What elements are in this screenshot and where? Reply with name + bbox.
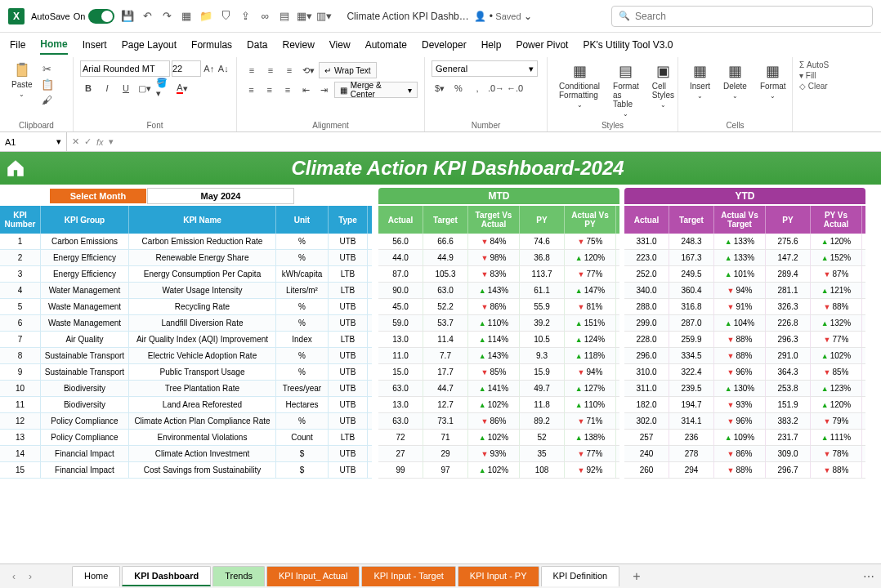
delete-cells-button[interactable]: ▦Delete⌄ <box>718 60 752 101</box>
format-painter-icon[interactable]: 🖌 <box>41 93 54 106</box>
sheet-tab-kpi-input-target[interactable]: KPI Input - Target <box>361 566 455 586</box>
increase-font-icon[interactable]: A↑ <box>203 60 216 77</box>
format-as-table-button[interactable]: ▤Format as Table⌄ <box>608 60 644 119</box>
decrease-font-icon[interactable]: A↓ <box>217 60 230 77</box>
new-sheet-button[interactable]: + <box>621 565 651 588</box>
grid-icon[interactable]: ▦ <box>180 10 193 23</box>
menu-tab-home[interactable]: Home <box>40 35 67 55</box>
share-icon[interactable]: ⇪ <box>239 10 252 23</box>
currency-icon[interactable]: $▾ <box>432 80 448 96</box>
menu-tab-data[interactable]: Data <box>247 36 267 54</box>
sheet-tab-kpi-input-py[interactable]: KPI Input - PY <box>458 566 539 586</box>
align-center-icon[interactable]: ≡ <box>262 82 277 98</box>
table-row[interactable]: 7Air QualityAir Quality Index (AQI) Impr… <box>0 332 372 348</box>
copy-icon[interactable]: 📋 <box>41 78 54 91</box>
table-icon[interactable]: ▤ <box>278 10 291 23</box>
italic-button[interactable]: I <box>99 80 115 96</box>
table-row[interactable]: 3Energy EfficiencyEnergy Consumption Per… <box>0 266 372 283</box>
col-mtd-py[interactable]: PY <box>520 206 565 234</box>
table-row[interactable]: 240278▼86%309.0▼78% <box>624 446 865 462</box>
align-bottom-icon[interactable]: ≡ <box>281 62 297 78</box>
cell-styles-button[interactable]: ▣Cell Styles⌄ <box>647 60 679 110</box>
increase-decimal-icon[interactable]: .0→ <box>488 80 504 96</box>
search-box[interactable]: 🔍 <box>611 6 873 27</box>
col-ytd-target[interactable]: Target <box>669 206 714 234</box>
comma-icon[interactable]: , <box>469 80 485 96</box>
confirm-formula-icon[interactable]: ✓ <box>84 136 92 147</box>
table-row[interactable]: 13Policy ComplianceEnvironmental Violati… <box>0 430 372 446</box>
underline-button[interactable]: U <box>118 80 134 96</box>
table-row[interactable]: 1Carbon EmissionsCarbon Emission Reducti… <box>0 234 372 250</box>
table-row[interactable]: 14Financial ImpactClimate Action Investm… <box>0 446 372 462</box>
worksheet-area[interactable]: Climate Action KPI Dashboard-2024 Select… <box>0 152 881 564</box>
font-size-select[interactable] <box>172 60 201 77</box>
decrease-decimal-icon[interactable]: ←.0 <box>507 80 523 96</box>
table-row[interactable]: 331.0248.3▲133%275.6▲120% <box>624 234 865 250</box>
menu-tab-automate[interactable]: Automate <box>365 36 407 54</box>
orientation-icon[interactable]: ⟲▾ <box>300 62 316 78</box>
table-row[interactable]: 11BiodiversityLand Area ReforestedHectar… <box>0 397 372 413</box>
sheet-tab-kpi-input-actual[interactable]: KPI Input_ Actual <box>266 566 360 586</box>
col-kpi-number[interactable]: KPI Number <box>0 206 41 234</box>
conditional-formatting-button[interactable]: ▦Conditional Formatting⌄ <box>554 60 605 110</box>
font-name-select[interactable] <box>80 60 170 77</box>
table-row[interactable]: 8Sustainable TransportElectric Vehicle A… <box>0 348 372 364</box>
table-row[interactable]: 59.053.7▲110%39.2▲151% <box>378 315 619 332</box>
indent-left-icon[interactable]: ⇤ <box>297 82 313 98</box>
menu-tab-insert[interactable]: Insert <box>83 36 107 54</box>
align-right-icon[interactable]: ≡ <box>280 82 295 98</box>
table-row[interactable]: 288.0316.8▼91%326.3▼88% <box>624 299 865 315</box>
table-row[interactable]: 5Waste ManagementRecycling Rate%UTB <box>0 299 372 315</box>
sheet-options-icon[interactable]: ⋯ <box>863 570 874 583</box>
table-row[interactable]: 15.017.7▼85%15.9▼94% <box>378 364 619 381</box>
autosave-toggle[interactable]: AutoSave On <box>31 9 114 24</box>
fill-button[interactable]: ▾ Fill <box>799 71 835 80</box>
format-cells-button[interactable]: ▦Format⌄ <box>755 60 791 101</box>
percent-icon[interactable]: % <box>450 80 467 96</box>
table-row[interactable]: 311.0239.5▲130%253.8▲123% <box>624 381 865 397</box>
table-row[interactable]: 9997▲102%108▼92% <box>378 462 619 479</box>
col-unit[interactable]: Unit <box>276 206 329 234</box>
table2-icon[interactable]: ▦▾ <box>297 10 311 23</box>
menu-tab-review[interactable]: Review <box>282 36 314 54</box>
fill-color-button[interactable]: 🪣▾ <box>155 80 172 96</box>
col-mtd-actual[interactable]: Actual <box>378 206 423 234</box>
table-row[interactable]: 63.073.1▼86%89.2▼71% <box>378 413 619 430</box>
table-row[interactable]: 63.044.7▲141%49.7▲127% <box>378 381 619 397</box>
table-row[interactable]: 87.0105.3▼83%113.7▼77% <box>378 266 619 283</box>
table-row[interactable]: 90.063.0▲143%61.1▲147% <box>378 283 619 299</box>
sheet-tab-kpi-definition[interactable]: KPI Definition <box>541 566 620 586</box>
fx-icon[interactable]: fx <box>96 137 104 147</box>
table-row[interactable]: 13.011.4▲114%10.5▲124% <box>378 332 619 348</box>
menu-tab-help[interactable]: Help <box>481 36 502 54</box>
toggle-switch-icon[interactable] <box>88 9 114 24</box>
table-row[interactable]: 13.012.7▲102%11.8▲110% <box>378 397 619 413</box>
wrap-text-button[interactable]: ↵ Wrap Text <box>319 62 377 78</box>
align-middle-icon[interactable]: ≡ <box>262 62 279 78</box>
clear-button[interactable]: ◇ Clear <box>799 82 835 91</box>
col-kpi-name[interactable]: KPI Name <box>129 206 276 234</box>
menu-tab-file[interactable]: File <box>10 36 25 54</box>
merge-center-button[interactable]: ▦ Merge & Center ▾ <box>334 82 418 98</box>
table-row[interactable]: 11.07.7▲143%9.3▲118% <box>378 348 619 364</box>
search-input[interactable] <box>635 11 865 22</box>
table-row[interactable]: 182.0194.7▼93%151.9▲120% <box>624 397 865 413</box>
col-mtd-tva[interactable]: Target Vs Actual <box>468 206 520 234</box>
menu-tab-power-pivot[interactable]: Power Pivot <box>516 36 568 54</box>
folder-icon[interactable]: 📁 <box>199 10 212 23</box>
undo-icon[interactable]: ↶ <box>141 10 154 23</box>
table-row[interactable]: 252.0249.5▲101%289.4▼87% <box>624 266 865 283</box>
table-row[interactable]: 9Sustainable TransportPublic Transport U… <box>0 364 372 381</box>
col-ytd-pva[interactable]: PY Vs Actual <box>811 206 862 234</box>
bold-button[interactable]: B <box>80 80 96 96</box>
align-top-icon[interactable]: ≡ <box>244 62 260 78</box>
table-row[interactable]: 10BiodiversityTree Plantation RateTrees/… <box>0 381 372 397</box>
table-row[interactable]: 302.0314.1▼96%383.2▼79% <box>624 413 865 430</box>
table-row[interactable]: 260294▼88%296.7▼88% <box>624 462 865 479</box>
table-row[interactable]: 340.0360.4▼94%281.1▲121% <box>624 283 865 299</box>
table-row[interactable]: 299.0287.0▲104%226.8▲132% <box>624 315 865 332</box>
table-row[interactable]: 4Water ManagementWater Usage IntensityLi… <box>0 283 372 299</box>
sheet-tab-home[interactable]: Home <box>72 566 120 586</box>
filter-icon[interactable]: ⛉ <box>219 10 232 23</box>
col-mtd-apy[interactable]: Actual Vs PY <box>565 206 616 234</box>
